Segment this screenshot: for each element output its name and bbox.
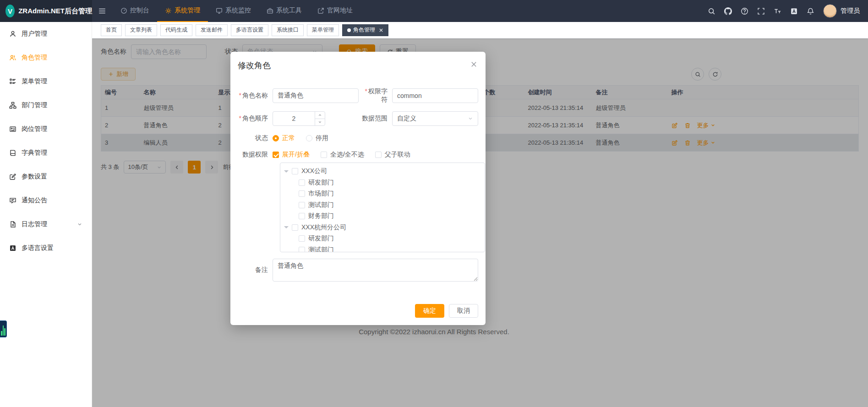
close-icon[interactable] bbox=[379, 28, 383, 33]
nav-item-system-tools[interactable]: 系统工具 bbox=[259, 0, 310, 22]
checkbox-parent-child[interactable]: 父子联动 bbox=[375, 151, 410, 159]
tab-system-api[interactable]: 系统接口 bbox=[272, 24, 304, 36]
checkbox-box[interactable] bbox=[299, 190, 305, 197]
tree-node-dept[interactable]: 研发部门 bbox=[280, 177, 485, 189]
sidebar-label: 角色管理 bbox=[22, 54, 47, 62]
checkbox-box[interactable] bbox=[292, 224, 298, 231]
checkbox-box[interactable] bbox=[292, 168, 298, 174]
dashboard-icon bbox=[120, 7, 127, 14]
role-key-field[interactable] bbox=[392, 88, 478, 103]
performance-widget[interactable] bbox=[0, 320, 7, 337]
tree-node-company-1[interactable]: XXX公司 bbox=[280, 166, 485, 177]
tab-role-manage-active[interactable]: 角色管理 bbox=[342, 24, 388, 36]
sidebar-item-roles[interactable]: 角色管理 bbox=[0, 46, 92, 70]
checkbox-box bbox=[375, 152, 382, 158]
sidebar-label: 菜单管理 bbox=[22, 77, 47, 86]
tab-languages[interactable]: 多语言设置 bbox=[231, 24, 268, 36]
role-sort-stepper[interactable]: 2 bbox=[273, 111, 325, 126]
radio-status-disabled[interactable]: 停用 bbox=[306, 134, 328, 142]
sidebar-item-parameters[interactable]: 参数设置 bbox=[0, 165, 92, 189]
help-icon[interactable] bbox=[741, 7, 748, 15]
tree-node-dept[interactable]: 市场部门 bbox=[280, 188, 485, 200]
sidebar-item-logs[interactable]: 日志管理 bbox=[0, 212, 92, 236]
role-sort-value: 2 bbox=[292, 115, 296, 122]
role-name-field[interactable] bbox=[273, 88, 359, 103]
nav-item-console[interactable]: 控制台 bbox=[113, 0, 157, 22]
nav-item-system-manage[interactable]: 系统管理 bbox=[157, 0, 208, 22]
nav-item-website[interactable]: 官网地址 bbox=[310, 0, 360, 22]
tab-article-list[interactable]: 文章列表 bbox=[125, 24, 157, 36]
checkbox-expand-collapse[interactable]: 展开/折叠 bbox=[273, 151, 310, 159]
sidebar-item-menus[interactable]: 菜单管理 bbox=[0, 70, 92, 93]
checkbox-box[interactable] bbox=[299, 213, 305, 219]
tab-menu-manage[interactable]: 菜单管理 bbox=[307, 24, 339, 36]
nav-label: 官网地址 bbox=[327, 6, 353, 15]
edit-pencil-icon bbox=[9, 173, 16, 180]
checkbox-box[interactable] bbox=[299, 247, 305, 252]
data-scope-field-label: 数据范围 bbox=[325, 114, 392, 123]
fullscreen-icon[interactable] bbox=[757, 7, 765, 15]
tab-label: 文章列表 bbox=[130, 26, 152, 34]
org-tree-icon bbox=[9, 102, 16, 109]
stepper-down-button[interactable] bbox=[315, 119, 325, 126]
tree-node-dept[interactable]: 研发部门 bbox=[280, 233, 485, 244]
sidebar-label: 日志管理 bbox=[22, 220, 47, 228]
tree-node-company-2[interactable]: XXX杭州分公司 bbox=[280, 222, 485, 233]
font-size-icon[interactable] bbox=[774, 7, 781, 15]
sidebar-item-notices[interactable]: 通知公告 bbox=[0, 189, 92, 212]
language-square-icon bbox=[9, 244, 16, 252]
top-nav: 控制台 系统管理 系统监控 系统工具 官网地址 bbox=[113, 0, 360, 22]
data-scope-value: 自定义 bbox=[397, 114, 416, 123]
tree-node-dept[interactable]: 财务部门 bbox=[280, 211, 485, 222]
sidebar: 用户管理 角色管理 菜单管理 部门管理 岗位管理 字典管理 参数设置 bbox=[0, 22, 92, 407]
radio-status-normal[interactable]: 正常 bbox=[273, 134, 295, 142]
checkbox-select-all[interactable]: 全选/全不选 bbox=[321, 151, 364, 159]
tab-send-mail[interactable]: 发送邮件 bbox=[196, 24, 228, 36]
stepper-up-button[interactable] bbox=[315, 112, 325, 119]
gear-icon bbox=[165, 7, 172, 14]
checkbox-box[interactable] bbox=[299, 235, 305, 242]
dialog-title: 修改角色 bbox=[238, 60, 478, 71]
external-link-icon bbox=[317, 7, 324, 14]
tab-home[interactable]: 首页 bbox=[101, 24, 122, 36]
dialog-close-icon[interactable] bbox=[470, 61, 477, 68]
checkbox-box[interactable] bbox=[299, 202, 305, 208]
sidebar-label: 岗位管理 bbox=[22, 125, 47, 133]
radio-dot bbox=[273, 135, 279, 141]
toolbox-icon bbox=[267, 7, 273, 14]
sidebar-item-languages[interactable]: 多语言设置 bbox=[0, 236, 92, 260]
github-icon[interactable] bbox=[724, 7, 732, 15]
hamburger-icon[interactable] bbox=[98, 7, 106, 15]
language-icon[interactable] bbox=[790, 7, 798, 15]
sidebar-item-users[interactable]: 用户管理 bbox=[0, 22, 92, 46]
bell-icon[interactable] bbox=[807, 7, 814, 15]
remark-field-label: 备注 bbox=[238, 266, 273, 274]
logo[interactable]: V ZRAdmin.NET后台管理 bbox=[0, 0, 92, 22]
avatar bbox=[823, 4, 837, 18]
confirm-button[interactable]: 确定 bbox=[415, 304, 444, 318]
tree-expand-caret[interactable] bbox=[284, 226, 289, 231]
sidebar-item-posts[interactable]: 岗位管理 bbox=[0, 117, 92, 141]
radio-dot bbox=[306, 135, 312, 141]
sidebar-item-dictionaries[interactable]: 字典管理 bbox=[0, 141, 92, 165]
data-perm-field-label: 数据权限 bbox=[238, 151, 273, 159]
data-scope-select[interactable]: 自定义 bbox=[392, 111, 478, 126]
user-menu[interactable]: 管理员 bbox=[823, 4, 860, 18]
nav-label: 控制台 bbox=[130, 6, 149, 15]
tab-label: 菜单管理 bbox=[312, 26, 334, 34]
sidebar-label: 用户管理 bbox=[22, 30, 47, 38]
cancel-button[interactable]: 取消 bbox=[449, 304, 478, 318]
tree-node-dept[interactable]: 测试部门 bbox=[280, 200, 485, 211]
tab-label: 多语言设置 bbox=[236, 26, 263, 34]
tab-code-gen[interactable]: 代码生成 bbox=[160, 24, 192, 36]
tree-expand-caret[interactable] bbox=[284, 170, 289, 175]
remark-textarea[interactable]: 普通角色 bbox=[273, 259, 478, 282]
nav-item-system-monitor[interactable]: 系统监控 bbox=[208, 0, 259, 22]
tree-node-dept[interactable]: 测试部门 bbox=[280, 244, 485, 253]
checkbox-box[interactable] bbox=[299, 179, 305, 186]
message-bubble-icon bbox=[9, 197, 16, 204]
sidebar-item-departments[interactable]: 部门管理 bbox=[0, 93, 92, 117]
search-icon[interactable] bbox=[708, 7, 715, 15]
tab-label: 代码生成 bbox=[165, 26, 187, 34]
dialog-body: *角色名称 *权限字符 *角色顺序 2 数据范围 自定义 bbox=[238, 87, 478, 282]
